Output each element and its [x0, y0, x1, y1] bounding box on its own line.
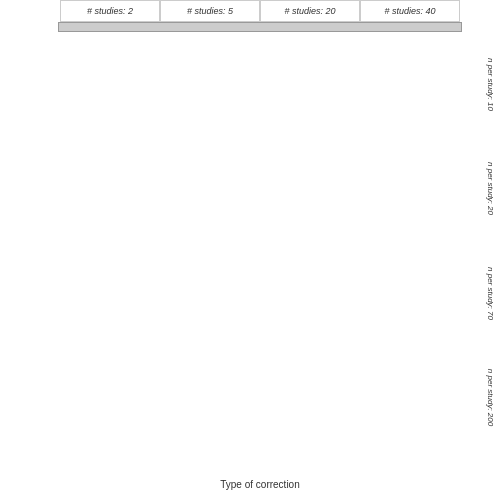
alpha-line-r2-c1 [165, 27, 258, 28]
alpha-line-r0-c1 [165, 23, 258, 24]
col-header-1: # studies: 5 [160, 0, 260, 22]
row-label-3: n per study: 200 [462, 346, 500, 451]
alpha-line-r3-c2 [265, 29, 358, 30]
x-axis-title: Type of correction [58, 479, 462, 490]
row-label-0: n per study: 10 [462, 32, 500, 137]
row-label-2: n per study: 70 [462, 241, 500, 346]
chart-container: # studies: 2# studies: 5# studies: 20# s… [0, 0, 500, 500]
alpha-line-r3-c3 [366, 29, 459, 30]
alpha-line-r3-c0 [82, 29, 157, 30]
col-header-0: # studies: 2 [60, 0, 160, 22]
chart-grid: 0.60.30.1α=0.050.60.30.1α=0.050.60.30.1α… [58, 22, 462, 32]
alpha-line-r1-c0 [82, 25, 157, 26]
alpha-line-r0-c2 [265, 23, 358, 24]
main-chart-area: Familywise Error Rate 0.60.30.1α=0.050.6… [0, 22, 500, 500]
alpha-line-r0-c0 [82, 23, 157, 24]
alpha-line-r3-c1 [165, 29, 258, 30]
col-header-3: # studies: 40 [360, 0, 460, 22]
y-label-r3-0: 0.6 [61, 29, 69, 31]
col-headers: # studies: 2# studies: 5# studies: 20# s… [0, 0, 500, 22]
alpha-line-r2-c3 [366, 27, 459, 28]
col-header-2: # studies: 20 [260, 0, 360, 22]
row-labels: n per study: 10n per study: 20n per stud… [462, 32, 500, 450]
y-label-r3-1: 0.3 [61, 29, 69, 31]
alpha-line-r0-c3 [366, 23, 459, 24]
y-label-r3-2: 0.1 [61, 29, 69, 31]
cell-r3-c1: bonfmaxstepwise [160, 29, 261, 31]
alpha-line-r1-c3 [366, 25, 459, 26]
cell-r3-c0: 0.60.30.1α=0.05bonfmaxstepwise [59, 29, 160, 31]
alpha-line-r2-c2 [265, 27, 358, 28]
y-label-r3-3: α=0.05 [61, 29, 80, 31]
cell-r3-c3: bonfmaxstepwise [361, 29, 462, 31]
cell-r3-c2: bonfmaxstepwise [260, 29, 361, 31]
alpha-line-r2-c0 [82, 27, 157, 28]
alpha-line-r1-c2 [265, 25, 358, 26]
alpha-line-r1-c1 [165, 25, 258, 26]
row-label-1: n per study: 20 [462, 137, 500, 242]
